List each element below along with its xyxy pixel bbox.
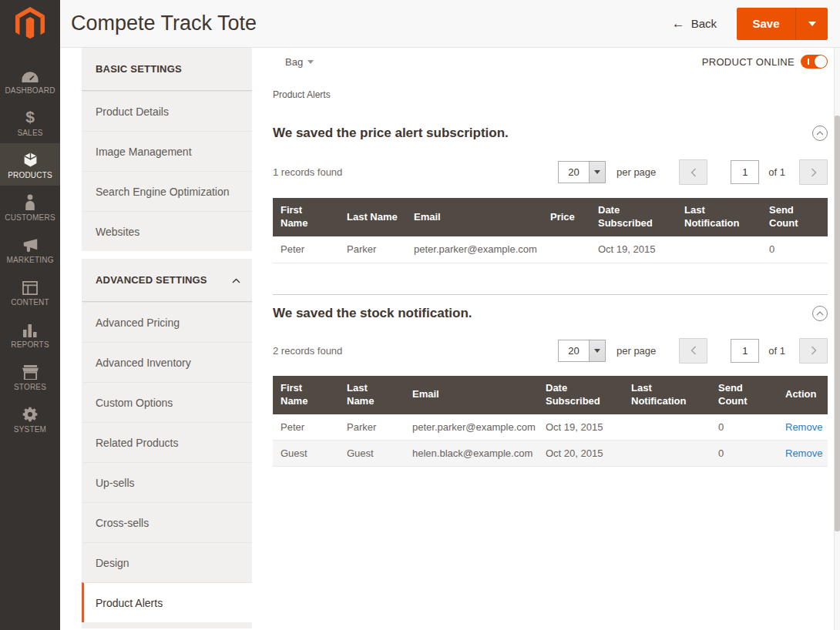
pager: 20 per page of 1 [558,338,828,364]
records-found-text: 1 records found [273,166,558,178]
menu-item-label: SYSTEM [14,425,46,434]
nav-item-search-engine-optimization[interactable]: Search Engine Optimization [82,171,252,211]
magento-admin-page: DASHBOARD $ SALES PRODUCTS CUSTOMERS [0,0,840,630]
menu-item-label: MARKETING [6,256,53,264]
cell-send-count: 0 [711,441,778,467]
vertical-scrollbar[interactable] [834,48,840,630]
cell-last-notification [623,414,711,441]
back-button[interactable]: ← Back [672,17,717,30]
chevron-down-icon [594,349,600,353]
page-count-label: of 1 [768,345,785,357]
pager-row: 1 records found 20 per page of 1 [273,159,828,185]
table-header-row: First Name Last Name Email Date Subscrib… [273,376,828,414]
chevron-right-icon [811,346,817,355]
table-row: Peter Parker peter.parker@example.com Oc… [273,236,828,263]
column-header: Send Count [711,376,778,414]
sales-icon: $ [25,107,35,126]
nav-item-design[interactable]: Design [82,542,252,582]
nav-item-custom-options[interactable]: Custom Options [82,382,252,422]
group-title: ADVANCED SETTINGS [96,274,207,286]
chevron-down-icon [594,170,600,174]
column-header: Send Count [761,198,828,236]
menu-item-customers[interactable]: CUSTOMERS [0,186,60,228]
chevron-down-icon [808,22,816,26]
cell-send-count: 0 [711,414,778,441]
column-header: Last Notification [677,198,761,236]
page-size-value: 20 [559,162,589,183]
select-arrow [589,162,605,183]
page-number-input[interactable] [731,160,759,184]
page-count-label: of 1 [768,166,785,178]
nav-item-advanced-inventory[interactable]: Advanced Inventory [82,342,252,382]
next-page-button[interactable] [799,159,828,185]
column-header: Email [406,198,543,236]
cell-last-notification [623,441,711,467]
basic-settings-header[interactable]: BASIC SETTINGS [82,48,252,91]
scrollbar-thumb[interactable] [835,116,840,531]
page-size-select[interactable]: 20 [558,161,606,183]
save-dropdown-button[interactable] [795,8,828,40]
previous-page-button[interactable] [679,159,707,185]
page-size-select[interactable]: 20 [558,340,606,362]
attribute-set-selector[interactable]: Bag [285,56,314,68]
stock-notification-table: First Name Last Name Email Date Subscrib… [273,376,828,467]
advanced-settings-header[interactable]: ADVANCED SETTINGS [82,259,252,302]
page-size-value: 20 [559,340,589,361]
nav-item-up-sells[interactable]: Up-sells [82,462,252,502]
collapse-section-button[interactable] [812,306,828,321]
chevron-left-icon [690,346,697,355]
attribute-set-value: Bag [285,56,303,68]
group-title: BASIC SETTINGS [96,63,182,75]
basic-settings-group: BASIC SETTINGS Product Details Image Man… [82,48,252,251]
cell-date-subscribed: Oct 20, 2015 [538,441,623,467]
cell-email: peter.parker@example.com [406,236,543,263]
column-header: First Name [273,376,339,414]
menu-item-label: STORES [14,383,46,391]
column-header: Price [543,198,590,236]
cell-action: Remove [778,414,828,441]
menu-item-reports[interactable]: REPORTS [0,313,60,355]
magento-logo-icon [15,7,45,41]
magento-logo[interactable] [0,0,60,48]
menu-item-label: REPORTS [11,340,49,349]
nav-item-cross-sells[interactable]: Cross-sells [82,502,252,542]
save-button[interactable]: Save [737,8,795,40]
menu-item-system[interactable]: SYSTEM [0,397,60,440]
collapse-section-button[interactable] [812,126,828,141]
cell-last-notification [677,236,761,263]
menu-item-sales[interactable]: $ SALES [0,101,60,143]
cell-send-count: 0 [761,236,828,263]
cell-first-name: Peter [273,236,339,263]
next-page-button[interactable] [799,338,828,364]
pager-row: 2 records found 20 per page of 1 [273,338,828,364]
content-icon [22,276,38,295]
menu-item-stores[interactable]: STORES [0,355,60,397]
menu-item-label: CONTENT [11,298,49,307]
nav-item-websites[interactable]: Websites [82,211,252,251]
nav-item-image-management[interactable]: Image Management [82,131,252,171]
nav-item-product-alerts[interactable]: Product Alerts [82,582,252,622]
advanced-settings-group: ADVANCED SETTINGS Advanced Pricing Advan… [82,259,252,628]
menu-item-label: DASHBOARD [5,86,55,95]
menu-item-marketing[interactable]: MARKETING [0,228,60,270]
page-number-input[interactable] [731,339,759,363]
product-toolbar: Bag PRODUCT ONLINE [273,52,828,71]
menu-item-content[interactable]: CONTENT [0,270,60,313]
previous-page-button[interactable] [679,338,707,364]
menu-item-dashboard[interactable]: DASHBOARD [0,59,60,101]
menu-item-products[interactable]: PRODUCTS [0,143,60,186]
nav-item-related-products[interactable]: Related Products [82,422,252,462]
table-row: Peter Parker peter.parker@example.com Oc… [273,414,828,441]
section-header: We saved the stock notification. [273,306,828,321]
admin-menu-items: DASHBOARD $ SALES PRODUCTS CUSTOMERS [0,48,60,440]
remove-link[interactable]: Remove [785,447,822,459]
table-row: Guest Guest helen.black@example.com Oct … [273,441,828,467]
save-split-button: Save [737,8,828,40]
product-online-toggle[interactable] [801,55,828,69]
stock-notification-section: We saved the stock notification. 2 recor… [273,294,828,467]
nav-item-product-details[interactable]: Product Details [82,91,252,131]
column-header: Date Subscribed [590,198,677,236]
remove-link[interactable]: Remove [785,421,822,433]
nav-item-advanced-pricing[interactable]: Advanced Pricing [82,302,252,342]
cell-price [543,236,590,263]
